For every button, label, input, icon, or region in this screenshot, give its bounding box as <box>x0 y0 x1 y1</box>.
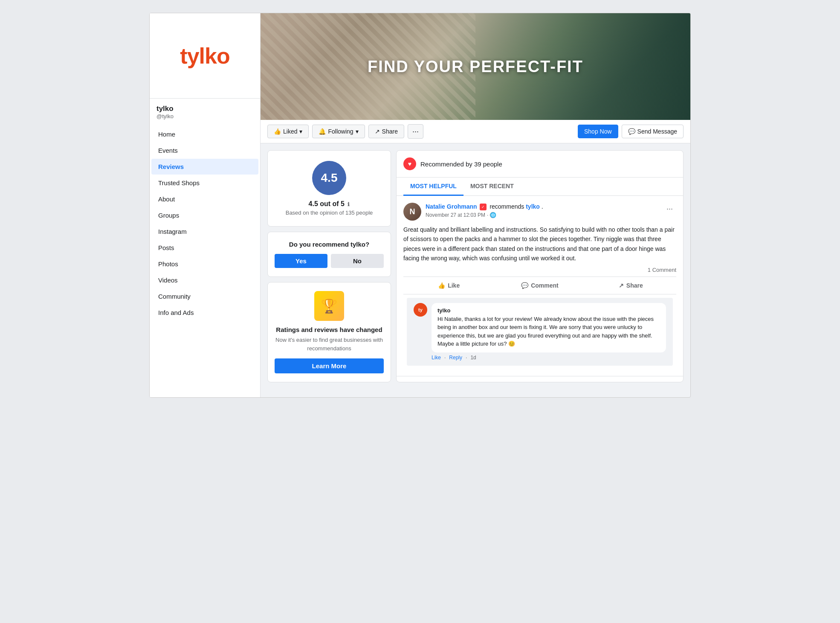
like-label: Like <box>448 282 460 289</box>
recommend-buttons: Yes No <box>275 254 384 268</box>
comments-area: ty tylko Hi Natalie, thanks a lot for yo… <box>403 298 676 366</box>
reviews-header: ♥ Recommended by 39 people <box>397 151 683 178</box>
like-icon: 👍 <box>438 282 445 289</box>
info-icon: ℹ <box>348 201 350 207</box>
send-message-button[interactable]: 💬 Send Message <box>622 125 684 138</box>
following-chevron-icon: ▾ <box>356 128 359 135</box>
shop-now-button[interactable]: Shop Now <box>578 125 618 138</box>
rating-score: 4.5 <box>321 171 338 185</box>
following-button[interactable]: 🔔 Following ▾ <box>312 125 365 138</box>
sidebar-item-trusted-shops[interactable]: Trusted Shops <box>151 175 258 191</box>
tab-helpful-label: MOST HELPFUL <box>410 183 457 189</box>
reviewer-meta: November 27 at 12:03 PM · 🌐 <box>426 212 663 218</box>
action-bar: 👍 Liked ▾ 🔔 Following ▾ ↗ Share ··· <box>261 120 690 143</box>
recommend-title: Do you recommend tylko? <box>275 241 384 248</box>
recommend-card: Do you recommend tylko? Yes No <box>267 232 391 277</box>
sidebar-logo-box: tylko <box>150 13 260 99</box>
review-body: Great quality and brilliant labelling an… <box>403 225 676 263</box>
reviewer-name[interactable]: Natalie Grohmann <box>426 203 477 210</box>
reviews-right: ♥ Recommended by 39 people MOST HELPFUL … <box>396 150 684 382</box>
liked-chevron-icon: ▾ <box>299 128 302 135</box>
sidebar-item-posts[interactable]: Posts <box>151 240 258 256</box>
reviewer-name-line: Natalie Grohmann ✓ recommends tylko . <box>426 203 663 211</box>
comment-count: 1 Comment <box>403 267 676 277</box>
comment-section: ty tylko Hi Natalie, thanks a lot for yo… <box>407 298 673 366</box>
tab-most-recent[interactable]: MOST RECENT <box>463 178 521 196</box>
review-post-header: N Natalie Grohmann ✓ recommends tylko . <box>403 203 676 221</box>
rating-label: 4.5 out of 5 ℹ <box>275 200 384 208</box>
main-content: FIND YOUR PERFECT-FIT 👍 Liked ▾ 🔔 Follow… <box>261 13 690 389</box>
share-button[interactable]: ↗ Share <box>368 125 404 138</box>
following-label: Following <box>328 128 353 135</box>
share-icon: ↗ <box>375 128 380 135</box>
recommended-text: Recommended by 39 people <box>420 160 502 168</box>
sidebar-item-videos[interactable]: Videos <box>151 272 258 288</box>
comment-meta: Like · Reply · 1d <box>414 355 666 361</box>
info-card: 🏆 Ratings and reviews have changed Now i… <box>267 282 391 382</box>
info-card-title: Ratings and reviews have changed <box>275 326 384 333</box>
dots-icon: ··· <box>412 127 419 136</box>
rating-label-text: 4.5 out of 5 <box>309 200 345 207</box>
tab-recent-label: MOST RECENT <box>470 183 514 189</box>
reviewed-page-link[interactable]: tylko <box>526 203 540 210</box>
brand-handle: @tylko <box>156 113 253 119</box>
recommends-text: recommends <box>490 203 526 210</box>
more-options-button[interactable]: ··· <box>408 124 423 139</box>
review-more-menu[interactable]: ··· <box>663 203 676 215</box>
tab-most-helpful[interactable]: MOST HELPFUL <box>403 178 463 196</box>
comment-action-button[interactable]: 💬 Comment <box>494 279 585 292</box>
share-action-button[interactable]: ↗ Share <box>585 279 676 292</box>
sidebar-item-info-ads[interactable]: Info and Ads <box>151 305 258 320</box>
liked-label: Liked <box>283 128 297 135</box>
share-action-icon: ↗ <box>619 282 624 289</box>
yes-button[interactable]: Yes <box>275 254 327 268</box>
comment-label: Comment <box>531 282 559 289</box>
sidebar-item-about[interactable]: About <box>151 191 258 207</box>
rating-card: 4.5 4.5 out of 5 ℹ Based on the opinion … <box>267 150 391 227</box>
review-date: November 27 at 12:03 PM <box>426 212 485 218</box>
review-tabs: MOST HELPFUL MOST RECENT <box>397 178 683 196</box>
reviews-section: 4.5 4.5 out of 5 ℹ Based on the opinion … <box>261 143 690 389</box>
comment-reply-link[interactable]: Reply <box>449 355 462 361</box>
sidebar-item-instagram[interactable]: Instagram <box>151 224 258 239</box>
comment-time: 1d <box>470 355 476 361</box>
reviews-left: 4.5 4.5 out of 5 ℹ Based on the opinion … <box>267 150 391 382</box>
sidebar-item-home[interactable]: Home <box>151 126 258 142</box>
review-actions: 👍 Like 💬 Comment ↗ Share <box>403 277 676 294</box>
reviewer-avatar: N <box>403 203 421 221</box>
sidebar-item-events[interactable]: Events <box>151 143 258 158</box>
share-action-label: Share <box>626 282 643 289</box>
period: . <box>542 203 543 210</box>
liked-button[interactable]: 👍 Liked ▾ <box>267 125 309 138</box>
comment-avatar: ty <box>414 303 427 317</box>
sidebar-profile: tylko @tylko <box>150 99 260 123</box>
thumbs-up-icon: 👍 <box>274 128 281 135</box>
learn-more-button[interactable]: Learn More <box>275 358 384 373</box>
comment-bubble: tylko Hi Natalie, thanks a lot for your … <box>432 303 666 352</box>
sidebar-nav: Home Events Reviews Trusted Shops About … <box>150 126 260 320</box>
share-label: Share <box>382 128 398 135</box>
rating-circle: 4.5 <box>312 161 346 195</box>
shop-now-label: Shop Now <box>584 128 612 135</box>
illustration-icon: 🏆 <box>321 298 338 314</box>
sidebar-item-groups[interactable]: Groups <box>151 207 258 223</box>
send-message-label: Send Message <box>637 128 677 135</box>
sidebar-item-photos[interactable]: Photos <box>151 256 258 272</box>
main-layout: tylko tylko @tylko Home Events Reviews T… <box>150 13 690 397</box>
info-card-illustration: 🏆 <box>314 291 344 321</box>
page-wrapper: tylko tylko @tylko Home Events Reviews T… <box>149 13 691 398</box>
reviewer-badge-icon: ✓ <box>480 204 487 210</box>
rating-sub: Based on the opinion of 135 people <box>275 210 384 216</box>
comment-author[interactable]: tylko <box>437 307 660 314</box>
comment-like-link[interactable]: Like <box>432 355 441 361</box>
sidebar-item-community[interactable]: Community <box>151 288 258 304</box>
separator: · <box>487 212 488 218</box>
info-card-sub: Now it's easier to find great businesses… <box>275 336 384 352</box>
comment-icon: 💬 <box>521 282 528 289</box>
brand-name: tylko <box>156 105 253 113</box>
like-action-button[interactable]: 👍 Like <box>403 279 494 292</box>
sidebar-item-reviews[interactable]: Reviews <box>151 159 258 175</box>
no-button[interactable]: No <box>331 254 384 268</box>
recommend-icon: ♥ <box>403 157 416 170</box>
messenger-icon: 💬 <box>628 128 635 135</box>
